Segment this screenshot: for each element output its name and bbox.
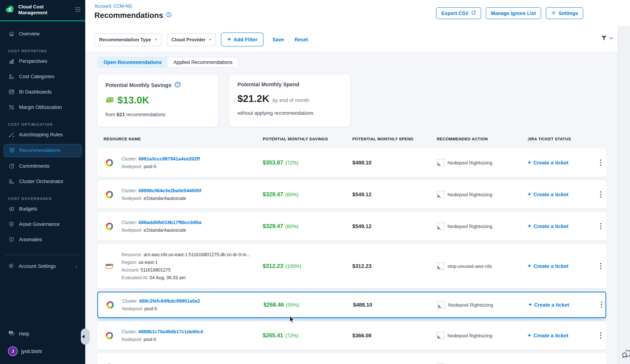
col-resource-name: RESOURCE NAME — [104, 137, 141, 141]
recommendation-type-filter[interactable]: Recommendation Type▾ — [94, 33, 162, 46]
rightsizing-action-icon — [437, 332, 444, 339]
settings-button[interactable]: Settings — [546, 7, 583, 19]
table-row[interactable]: Cluster: 68898c064e3e2ba0e544005fNodepoo… — [97, 180, 606, 209]
aws-icon: aws — [104, 261, 115, 271]
create-ticket-button[interactable]: + Create a ticket — [528, 262, 595, 270]
plus-icon: + — [528, 222, 531, 230]
scrollbar-gutter[interactable] — [618, 26, 630, 364]
cloud-provider-filter[interactable]: Cloud Provider▾ — [167, 33, 216, 46]
savings-cell: $353.87(72%) — [263, 159, 352, 166]
chat-support-icon[interactable] — [620, 347, 630, 361]
table-row[interactable]: Cluster: 6886e92f59a48cad86b5b1c6 $244.0… — [97, 353, 606, 364]
breadcrumb-account-link[interactable]: Account: CCM-NG — [94, 4, 132, 9]
action-cell: Nodepool Rightsizing — [438, 301, 528, 308]
row-menu-kebab[interactable] — [595, 159, 606, 166]
tab-applied-recommendations[interactable]: Applied Recommendations — [168, 57, 238, 67]
resource-link[interactable]: 688c2fefc84fbdc99801a0a2 — [139, 298, 200, 304]
spend-cell: $488.10 — [353, 302, 438, 308]
sidebar-divider — [5, 255, 80, 255]
spend-cell: $549.12 — [352, 191, 437, 197]
sidebar-item-recommendations[interactable]: Recommendations — [4, 144, 82, 157]
plus-icon: + — [528, 191, 531, 198]
create-ticket-button[interactable]: + Create a ticket — [528, 159, 595, 166]
save-filter-button[interactable]: Save — [272, 37, 284, 42]
resource-link[interactable]: 68898c064e3e2ba0e544005f — [138, 188, 201, 193]
row-menu-kebab[interactable] — [595, 223, 606, 229]
resource-cell: Cluster: 688add6fb019b17f9bccb95aNodepoo… — [122, 220, 263, 233]
gcp-icon — [104, 221, 115, 231]
manage-ignore-list-button[interactable]: Manage Ignore List — [486, 7, 541, 19]
resource-link[interactable]: 6888b1c70e49db17c1de60c4 — [138, 329, 203, 334]
sidebar-item-anomalies[interactable]: Anomalies — [4, 233, 82, 246]
info-icon[interactable] — [166, 12, 172, 19]
plus-icon: + — [528, 262, 531, 270]
resource-line: Cluster: 688add6fb019b17f9bccb95a — [122, 220, 259, 225]
reset-filter-button[interactable]: Reset — [294, 37, 308, 42]
sidebar-item-cost-categories[interactable]: Cost Categories — [4, 70, 82, 83]
action-label: Nodepool Rightsizing — [448, 192, 492, 197]
create-ticket-label: Create a ticket — [534, 302, 569, 308]
rightsizing-action-icon — [437, 191, 444, 198]
bar-chart-icon — [8, 58, 15, 64]
create-ticket-button[interactable]: + Create a ticket — [528, 191, 595, 198]
rightsizing-action-icon — [437, 262, 444, 270]
resource-line: Cluster: 688c2fefc84fbdc99801a0a2 — [122, 298, 260, 304]
filter-panel-toggle[interactable] — [601, 35, 613, 41]
table-row[interactable]: Cluster: 688c2fefc84fbdc99801a0a2Nodepoo… — [97, 292, 606, 318]
add-filter-button[interactable]: + Add Filter — [221, 32, 264, 46]
logo-row: $ Cloud Cost Management — [0, 0, 85, 19]
sidebar-collapse-handle[interactable] — [81, 329, 90, 345]
resource-link[interactable]: 6881a3ccc887941a4ee202ff — [138, 156, 200, 162]
sidebar-item-label: Commitments — [19, 163, 50, 169]
sidebar-item-budgets[interactable]: $Budgets — [4, 203, 82, 215]
svg-text:$: $ — [10, 207, 12, 210]
resource-value: e2standar4autoscale — [144, 196, 186, 201]
module-grid-icon[interactable] — [75, 7, 81, 14]
savings-cell: $265.41(72%) — [263, 332, 352, 339]
row-menu-kebab[interactable] — [595, 191, 606, 198]
row-menu-kebab[interactable] — [595, 263, 606, 269]
tab-open-recommendations[interactable]: Open Recommendations — [98, 57, 168, 67]
table-row[interactable]: Cluster: 688add6fb019b17f9bccb95aNodepoo… — [97, 212, 606, 240]
sidebar-item-account-settings[interactable]: Account Settings › — [4, 260, 82, 272]
sidebar-nav: Overview COST REPORTINGPerspectivesCost … — [0, 21, 85, 364]
sidebar-item-perspectives[interactable]: Perspectives — [4, 55, 82, 67]
create-ticket-button[interactable]: + Create a ticket — [528, 332, 595, 339]
sidebar-item-help[interactable]: ? Help — [4, 328, 82, 340]
export-csv-button[interactable]: Export CSV — [436, 7, 481, 19]
gear-icon — [8, 263, 14, 270]
table-row[interactable]: Cluster: 6888b1c70e49db17c1de60c4Nodepoo… — [97, 321, 606, 350]
resource-line: Nodepool: e2standar4autoscale — [122, 196, 259, 201]
sidebar-item-asset-governance[interactable]: $Asset Governance — [4, 218, 82, 230]
rightsizing-action-icon — [437, 222, 444, 230]
kebab-icon — [600, 191, 602, 198]
row-menu-kebab[interactable] — [596, 302, 606, 308]
sidebar-item-autostopping-rules[interactable]: AutoStopping Rules — [4, 129, 82, 141]
user-menu[interactable]: J jyoti.bisht — [4, 347, 82, 364]
table-header: RESOURCE NAME POTENTIAL MONTHLY SAVINGS … — [97, 137, 606, 144]
create-ticket-button[interactable]: + Create a ticket — [528, 222, 595, 230]
question-icon[interactable]: ? — [175, 81, 181, 89]
provider-icon-cell — [97, 189, 122, 199]
table-row[interactable]: aws Resource: arn:aws:rds:us-east-1:5116… — [97, 244, 606, 288]
sidebar-item-bi-dashboards[interactable]: BI Dashboards — [4, 86, 82, 98]
sidebar-item-overview[interactable]: Overview — [4, 28, 82, 40]
savings-amount: $13.0K — [118, 95, 149, 106]
resource-line: Cluster: 68898c064e3e2ba0e544005f — [122, 188, 259, 193]
chevron-down-icon — [609, 36, 613, 40]
create-ticket-button[interactable]: + Create a ticket — [528, 301, 596, 308]
sidebar-item-cluster-orchestrator[interactable]: Cluster Orchestrator — [4, 175, 82, 188]
spend-amount-suffix: by end of month — [272, 97, 309, 103]
savings-subtext: from 621 recommendations — [105, 112, 210, 117]
main-area: Account: CCM-NG Recommendations Export C… — [85, 0, 630, 364]
home-icon — [8, 30, 15, 37]
sidebar-item-commitments[interactable]: Commitments — [4, 160, 82, 172]
create-ticket-label: Create a ticket — [534, 191, 568, 197]
create-ticket-label: Create a ticket — [534, 263, 568, 269]
resource-value: e2standar4autoscale — [144, 228, 186, 233]
table-row[interactable]: Cluster: 6881a3ccc887941a4ee202ffNodepoo… — [97, 148, 606, 177]
row-menu-kebab[interactable] — [595, 332, 606, 339]
filter-bar: Recommendation Type▾ Cloud Provider▾ + A… — [85, 26, 630, 52]
resource-link[interactable]: 688add6fb019b17f9bccb95a — [138, 220, 202, 225]
sidebar-item-margin-obfuscation[interactable]: Margin Obfuscation — [4, 101, 82, 114]
